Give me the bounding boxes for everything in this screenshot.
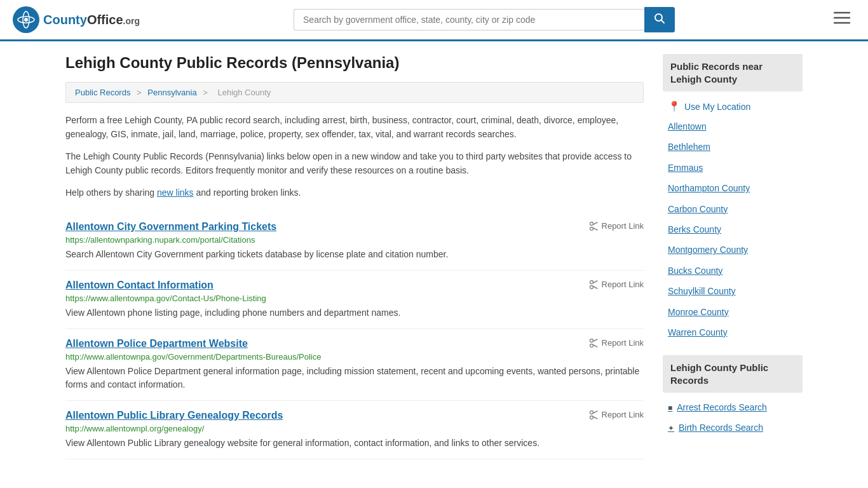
search-button[interactable] (644, 7, 675, 32)
record-header: Allentown Contact Information Report Lin… (65, 280, 644, 291)
description2: The Lehigh County Public Records (Pennsy… (65, 149, 644, 178)
nearby-link[interactable]: Montgomery County (663, 240, 803, 260)
report-link-label: Report Link (602, 221, 644, 231)
record-description: Search Allentown City Government parking… (65, 249, 448, 259)
report-link-button[interactable]: Report Link (588, 221, 644, 231)
use-location-link[interactable]: 📍 Use My Location (663, 97, 803, 116)
record-header: Allentown Police Department Website Repo… (65, 338, 644, 349)
record-description: View Allentown Public Library genealogy … (65, 438, 539, 448)
description1: Perform a free Lehigh County, PA public … (65, 113, 644, 142)
nearby-link[interactable]: Allentown (663, 116, 803, 137)
new-links[interactable]: new links (157, 187, 194, 198)
record-header: Allentown City Government Parking Ticket… (65, 221, 644, 233)
record-title[interactable]: Allentown Contact Information (65, 280, 214, 291)
breadcrumb-sep1: > (137, 88, 142, 97)
nearby-link[interactable]: Emmaus (663, 158, 803, 178)
record-link-icon: ✦ (668, 422, 674, 435)
nearby-section: Public Records near Lehigh County 📍 Use … (663, 54, 803, 342)
use-location-label: Use My Location (684, 102, 750, 112)
breadcrumb-sep2: > (203, 88, 208, 97)
report-link-button[interactable]: Report Link (588, 338, 644, 348)
record-item: Allentown City Government Parking Ticket… (65, 212, 644, 271)
breadcrumb-public-records[interactable]: Public Records (75, 88, 130, 97)
menu-button[interactable] (829, 8, 855, 31)
left-panel: Lehigh County Public Records (Pennsylvan… (65, 54, 644, 459)
records-list: Allentown City Government Parking Ticket… (65, 212, 644, 459)
breadcrumb: Public Records > Pennsylvania > Lehigh C… (65, 82, 644, 103)
record-description: View Allentown phone listing page, inclu… (65, 308, 400, 318)
scissors-icon (588, 280, 599, 290)
record-link-label: Arrest Records Search (677, 400, 767, 416)
record-link-icon: ■ (668, 402, 672, 414)
record-title[interactable]: Allentown City Government Parking Ticket… (65, 221, 276, 233)
report-link-button[interactable]: Report Link (588, 280, 644, 290)
location-icon: 📍 (668, 100, 681, 112)
nearby-link[interactable]: Berks County (663, 219, 803, 240)
record-item: Allentown Public Library Genealogy Recor… (65, 401, 644, 459)
record-url[interactable]: http://www.allentownpl.org/genealogy/ (65, 424, 644, 433)
records-section: Lehigh County Public Records ■Arrest Rec… (663, 355, 803, 438)
help-text: Help others by sharing new links and rep… (65, 186, 644, 200)
svg-point-3 (24, 18, 28, 22)
record-description: View Allentown Police Department general… (65, 366, 639, 390)
main-content: Lehigh County Public Records (Pennsylvan… (53, 41, 815, 472)
records-section-title: Lehigh County Public Records (663, 355, 803, 393)
right-sidebar: Public Records near Lehigh County 📍 Use … (663, 54, 803, 459)
nearby-link[interactable]: Bucks County (663, 261, 803, 281)
sidebar-record-link[interactable]: ■Arrest Records Search (663, 398, 803, 418)
scissors-icon (588, 338, 599, 348)
nearby-link[interactable]: Schuylkill County (663, 281, 803, 301)
nearby-link[interactable]: Northampton County (663, 178, 803, 198)
search-input[interactable] (294, 9, 644, 30)
report-link-button[interactable]: Report Link (588, 410, 644, 420)
nearby-title: Public Records near Lehigh County (663, 54, 803, 92)
logo-area: CountyOffice.org (13, 6, 140, 33)
record-url[interactable]: http://www.allentownpa.gov/Government/De… (65, 352, 644, 362)
nearby-links: AllentownBethlehemEmmausNorthampton Coun… (663, 116, 803, 342)
nearby-link[interactable]: Warren County (663, 322, 803, 342)
sidebar-record-link[interactable]: ✦Birth Records Search (663, 418, 803, 438)
record-header: Allentown Public Library Genealogy Recor… (65, 410, 644, 421)
breadcrumb-pennsylvania[interactable]: Pennsylvania (147, 88, 196, 97)
breadcrumb-lehigh: Lehigh County (217, 88, 271, 97)
search-area (294, 7, 675, 32)
record-url[interactable]: https://www.allentownpa.gov/Contact-Us/P… (65, 294, 644, 303)
record-title[interactable]: Allentown Public Library Genealogy Recor… (65, 410, 283, 421)
nearby-link[interactable]: Monroe County (663, 302, 803, 322)
logo-text: CountyOffice.org (43, 13, 140, 27)
logo-icon (13, 6, 39, 33)
scissors-icon (588, 221, 599, 231)
svg-line-5 (661, 20, 665, 24)
report-link-label: Report Link (602, 280, 644, 289)
nearby-link[interactable]: Bethlehem (663, 137, 803, 157)
header: CountyOffice.org (0, 0, 868, 41)
record-title[interactable]: Allentown Police Department Website (65, 338, 248, 349)
record-url[interactable]: https://allentownparking.nupark.com/port… (65, 235, 644, 245)
nearby-link[interactable]: Carbon County (663, 199, 803, 219)
report-link-label: Report Link (602, 338, 644, 348)
record-link-label: Birth Records Search (679, 421, 763, 436)
record-item: Allentown Contact Information Report Lin… (65, 271, 644, 329)
record-links: ■Arrest Records Search✦Birth Records Sea… (663, 398, 803, 438)
report-link-label: Report Link (602, 410, 644, 419)
scissors-icon (588, 410, 599, 420)
record-item: Allentown Police Department Website Repo… (65, 329, 644, 401)
page-title: Lehigh County Public Records (Pennsylvan… (65, 54, 644, 72)
